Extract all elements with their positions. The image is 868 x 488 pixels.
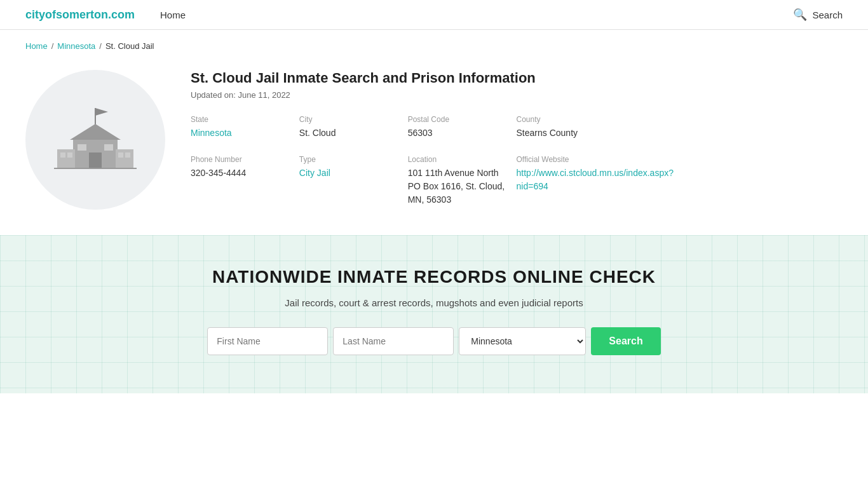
search-icon: 🔍 xyxy=(793,8,807,22)
inmate-search-title: NATIONWIDE INMATE RECORDS ONLINE CHECK xyxy=(25,267,843,287)
site-header: cityofsomerton.com Home 🔍 Search xyxy=(0,0,868,30)
svg-rect-6 xyxy=(104,144,113,151)
postal-label: Postal Code xyxy=(408,115,506,124)
last-name-input[interactable] xyxy=(333,327,454,355)
svg-rect-4 xyxy=(89,152,102,168)
svg-rect-8 xyxy=(116,149,133,168)
building-svg xyxy=(44,89,146,191)
svg-rect-7 xyxy=(57,149,75,168)
first-name-input[interactable] xyxy=(207,327,328,355)
svg-rect-5 xyxy=(78,144,86,151)
breadcrumb: Home / Minnesota / St. Cloud Jail xyxy=(0,30,868,57)
header-left: cityofsomerton.com Home xyxy=(25,8,186,22)
phone-cell: Phone Number 320-345-4444 xyxy=(191,155,289,207)
inmate-search-form: MinnesotaAlabamaAlaskaArizonaArkansasCal… xyxy=(25,327,843,355)
phone-label: Phone Number xyxy=(191,155,289,164)
website-cell: Official Website http://www.ci.stcloud.m… xyxy=(517,155,674,207)
type-label: Type xyxy=(299,155,398,164)
svg-rect-9 xyxy=(60,152,65,158)
svg-marker-1 xyxy=(95,108,108,116)
city-label: City xyxy=(299,115,398,124)
svg-rect-11 xyxy=(118,152,123,158)
county-cell: County Stearns County xyxy=(517,115,674,140)
location-cell: Location 101 11th Avenue North PO Box 16… xyxy=(408,155,506,207)
svg-rect-12 xyxy=(125,152,130,158)
state-value[interactable]: Minnesota xyxy=(191,126,289,140)
facility-updated: Updated on: June 11, 2022 xyxy=(191,90,674,100)
county-value: Stearns County xyxy=(517,126,674,140)
search-button[interactable]: Search xyxy=(591,327,660,355)
postal-cell: Postal Code 56303 xyxy=(408,115,506,140)
state-select[interactable]: MinnesotaAlabamaAlaskaArizonaArkansasCal… xyxy=(459,327,586,355)
county-label: County xyxy=(517,115,674,124)
breadcrumb-state[interactable]: Minnesota xyxy=(57,41,95,51)
phone-value: 320-345-4444 xyxy=(191,166,289,180)
inmate-search-section: NATIONWIDE INMATE RECORDS ONLINE CHECK J… xyxy=(0,235,868,393)
postal-value: 56303 xyxy=(408,126,506,140)
nav-home-link[interactable]: Home xyxy=(160,10,186,20)
header-search-label: Search xyxy=(812,10,843,20)
facility-info: St. Cloud Jail Inmate Search and Prison … xyxy=(191,70,674,207)
inmate-search-subtitle: Jail records, court & arrest records, mu… xyxy=(25,297,843,308)
location-value: 101 11th Avenue North PO Box 1616, St. C… xyxy=(408,166,506,207)
facility-details-grid: State Minnesota City St. Cloud Postal Co… xyxy=(191,115,674,207)
header-search-button[interactable]: 🔍 Search xyxy=(793,8,843,22)
type-cell: Type City Jail xyxy=(299,155,398,207)
svg-marker-2 xyxy=(70,124,121,140)
facility-image xyxy=(25,70,165,210)
state-cell: State Minnesota xyxy=(191,115,289,140)
website-label: Official Website xyxy=(517,155,674,164)
site-logo[interactable]: cityofsomerton.com xyxy=(25,8,135,22)
breadcrumb-sep-2: / xyxy=(99,41,102,51)
main-content: St. Cloud Jail Inmate Search and Prison … xyxy=(0,57,699,235)
website-value[interactable]: http://www.ci.stcloud.mn.us/index.aspx?n… xyxy=(517,166,674,193)
svg-rect-10 xyxy=(67,152,72,158)
city-value: St. Cloud xyxy=(299,126,398,140)
breadcrumb-current: St. Cloud Jail xyxy=(105,41,154,51)
location-label: Location xyxy=(408,155,506,164)
city-cell: City St. Cloud xyxy=(299,115,398,140)
facility-title: St. Cloud Jail Inmate Search and Prison … xyxy=(191,70,674,86)
type-value[interactable]: City Jail xyxy=(299,166,398,180)
breadcrumb-sep-1: / xyxy=(51,41,54,51)
state-label: State xyxy=(191,115,289,124)
breadcrumb-home[interactable]: Home xyxy=(25,41,48,51)
